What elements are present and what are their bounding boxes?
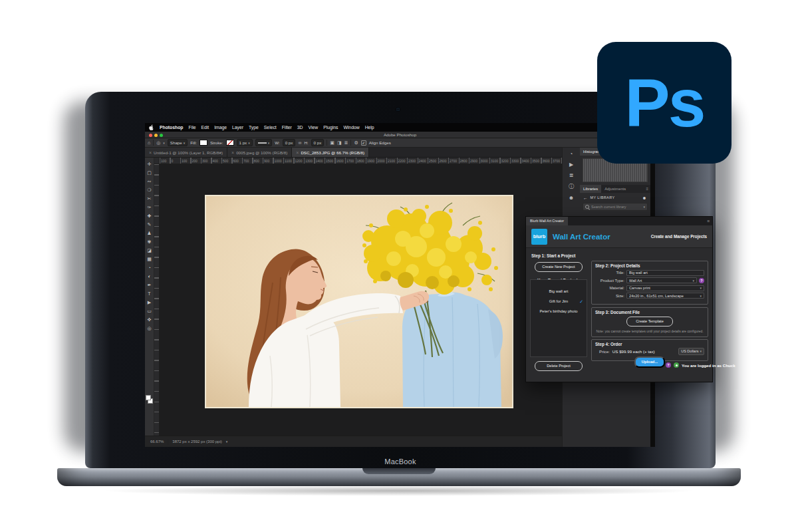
search-icon (585, 205, 589, 209)
tab-libraries[interactable]: Libraries (580, 185, 601, 193)
list-item[interactable]: Gift for Jim ✓ (531, 297, 587, 307)
path-arrangement-icon[interactable]: ≣ (344, 140, 348, 146)
currency-select[interactable]: US Dollars ▾ (678, 348, 704, 355)
title-field[interactable] (626, 270, 704, 276)
path-selection-tool[interactable]: ▶ (148, 298, 151, 307)
fill-swatch[interactable] (200, 140, 207, 146)
back-arrow-icon[interactable]: ← (583, 196, 588, 200)
tab-dsc-2853-jpg[interactable]: × DSC_2853.JPG @ 66.7% (RGB/8) (292, 148, 369, 157)
material-select[interactable]: Canvas print ▾ (626, 285, 704, 291)
menu-item[interactable]: Select (264, 125, 277, 130)
pen-tool[interactable]: ✒ (148, 281, 152, 289)
hand-tool[interactable]: ✜ (148, 315, 152, 324)
zoom-tool[interactable]: ◎ (147, 324, 151, 332)
eyedropper-tool[interactable]: ✑ (148, 203, 152, 211)
gradient-tool[interactable]: ▦ (147, 255, 152, 263)
hamburger-icon[interactable]: ≡ (707, 217, 710, 225)
list-item[interactable]: Big wall art (531, 287, 587, 297)
menu-item[interactable]: View (309, 125, 319, 130)
close-icon[interactable]: × (296, 150, 299, 155)
menu-item[interactable]: 3D (297, 125, 303, 130)
menu-item[interactable]: Type (249, 125, 259, 130)
path-operations-icon[interactable]: ▣ (330, 140, 334, 146)
create-template-button[interactable]: Create Template (626, 317, 673, 327)
brush-tool[interactable]: ✎ (148, 220, 152, 229)
menu-item[interactable]: Window (343, 125, 359, 130)
delete-project-button[interactable]: Delete Project (535, 361, 583, 371)
help-icon[interactable]: ? (699, 278, 704, 283)
chevron-down-icon: ▾ (700, 294, 702, 298)
home-icon[interactable]: ⌂ (148, 140, 150, 145)
chevron-down-icon[interactable]: ▾ (643, 205, 645, 209)
recent-projects-list: Big wall art Gift for Jim ✓ Peter's birt… (530, 279, 587, 357)
ruler-label: 100 (160, 158, 170, 164)
blur-tool[interactable]: ◔ (148, 263, 150, 272)
history-brush-tool[interactable]: ✾ (148, 237, 152, 246)
close-icon[interactable]: × (231, 150, 234, 155)
product-type-select[interactable]: Wall Art ▾ (626, 277, 697, 283)
create-new-project-button[interactable]: Create New Project (535, 262, 583, 272)
crop-tool[interactable]: ✂ (148, 194, 152, 203)
title-label: Title: (595, 271, 624, 275)
marquee-tool[interactable]: ▢ (147, 168, 152, 177)
tab-label: Untitled-1 @ 100% (Layer 1, RGB/8#) (154, 150, 223, 155)
profile-icon[interactable]: ☻ (642, 196, 647, 200)
menu-item[interactable]: Plugins (323, 125, 338, 130)
library-search-input[interactable] (591, 205, 641, 209)
menu-item[interactable]: Image (214, 125, 227, 130)
info-panel-icon[interactable]: ⓘ (569, 183, 574, 190)
gear-icon[interactable]: ⚙ (354, 140, 358, 146)
help-icon[interactable]: ? (666, 362, 671, 368)
title-input[interactable] (629, 271, 702, 275)
menu-item[interactable]: Photoshop (160, 125, 184, 130)
chevron-down-icon[interactable]: ▾ (226, 440, 228, 444)
my-library-row[interactable]: ← MY LIBRARY ☻ (580, 193, 650, 202)
ruler-label: 900 (263, 158, 273, 164)
healing-brush-tool[interactable]: ✚ (148, 211, 152, 220)
move-tool[interactable]: ✛ (148, 160, 152, 168)
menu-item[interactable]: Layer (232, 125, 243, 130)
dodge-tool[interactable]: ◐ (148, 272, 150, 281)
properties-panel-icon[interactable]: ≣ (569, 172, 574, 178)
upload-button[interactable]: Upload... (634, 356, 665, 368)
menu-item[interactable]: Help (365, 125, 374, 130)
actions-panel-icon[interactable]: ▶ (569, 162, 573, 168)
panel-menu-icon[interactable]: ≡ (646, 185, 648, 193)
step3-document-file-box: Step 3: Document File Create Template No… (591, 307, 708, 337)
libraries-panel-icon[interactable]: ☻ (569, 195, 574, 201)
close-icon[interactable]: × (149, 150, 152, 155)
lasso-tool[interactable]: ∾ (148, 177, 152, 186)
tab-0005-jpeg[interactable]: × 0005.jpeg @ 100% (RGB/8) (227, 148, 292, 157)
stroke-width-field[interactable]: 1 px ▾ (237, 139, 253, 146)
type-tool[interactable]: T (148, 289, 150, 298)
project-name: Gift for Jim (549, 299, 568, 303)
chevron-down-icon: ▾ (268, 141, 270, 145)
chevron-down-icon[interactable]: ▾ (163, 141, 165, 145)
library-search-box[interactable]: ▾ (583, 203, 648, 211)
tool-preset-icon[interactable]: ◎ (156, 140, 160, 146)
shape-mode-select[interactable]: Shape ▾ (168, 139, 188, 146)
align-edges-checkbox[interactable]: ✓ (361, 140, 366, 146)
list-item[interactable]: Peter's birthday photo (531, 307, 587, 317)
menu-item[interactable]: Edit (201, 125, 209, 130)
clone-stamp-tool[interactable]: ♟ (147, 229, 151, 237)
height-field[interactable]: 0 px (311, 139, 325, 146)
menu-item[interactable]: File (189, 125, 196, 130)
history-panel-icon[interactable]: ◔ (570, 151, 573, 157)
check-icon: ✓ (579, 297, 583, 307)
zoom-level[interactable]: 66.67% (150, 440, 164, 444)
width-field[interactable]: 0 px (283, 139, 296, 146)
stroke-swatch[interactable] (226, 140, 234, 146)
dialog-tab[interactable]: Blurb Wall Art Creator (526, 217, 568, 225)
link-dimensions-icon[interactable]: ∞ (298, 140, 301, 145)
shape-tool[interactable]: ▭ (147, 307, 152, 315)
menu-item[interactable]: Filter (282, 125, 292, 130)
tab-adjustments[interactable]: Adjustments (601, 185, 629, 193)
tab-untitled-1[interactable]: × Untitled-1 @ 100% (Layer 1, RGB/8#) (145, 148, 227, 157)
foreground-color-swatch[interactable] (146, 395, 151, 400)
eraser-tool[interactable]: ◪ (147, 246, 152, 255)
size-select[interactable]: 24x20 in., 61x51 cm, Landscape ▾ (626, 293, 704, 299)
stroke-style-select[interactable]: ▾ (255, 139, 273, 146)
quick-selection-tool[interactable]: ❍ (147, 186, 151, 194)
path-alignment-icon[interactable]: ◨ (337, 140, 342, 146)
